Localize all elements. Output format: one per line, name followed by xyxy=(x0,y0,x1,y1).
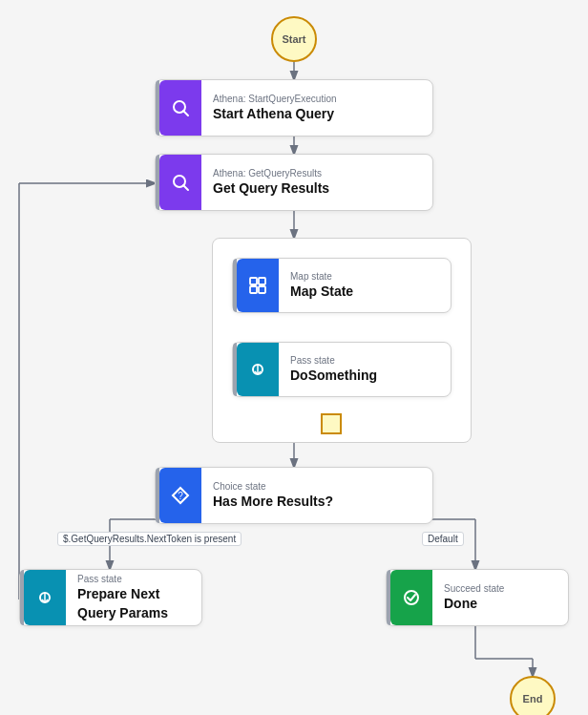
diamond-icon: ? xyxy=(169,484,192,507)
query-icon xyxy=(169,96,192,119)
end-label: End xyxy=(523,693,543,704)
do-something-label: DoSomething xyxy=(290,367,439,386)
svg-rect-22 xyxy=(259,286,265,293)
start-node[interactable]: Start xyxy=(271,16,317,62)
athena-start-icon xyxy=(159,80,201,136)
has-more-type: Choice state xyxy=(213,480,421,493)
athena-get-icon xyxy=(159,155,201,210)
start-athena-query-node[interactable]: Athena: StartQueryExecution Start Athena… xyxy=(155,79,433,137)
default-condition: Default xyxy=(422,532,464,546)
map-end-circle xyxy=(321,413,342,434)
start-athena-label: Start Athena Query xyxy=(213,105,421,124)
next-token-condition: $.GetQueryResults.NextToken is present xyxy=(57,532,242,546)
choice-icon: ? xyxy=(159,468,201,523)
map-state-label: Map State xyxy=(290,283,439,302)
do-something-node[interactable]: Pass state DoSomething xyxy=(232,342,452,397)
pass-icon xyxy=(246,358,269,381)
prepare-label: Prepare Next Query Params xyxy=(77,585,190,622)
prepare-type: Pass state xyxy=(77,573,190,585)
svg-text:?: ? xyxy=(178,491,183,501)
do-something-icon xyxy=(237,343,279,396)
map-state-icon xyxy=(237,259,279,312)
get-query-content: Athena: GetQueryResults Get Query Result… xyxy=(201,161,432,204)
prepare-next-query-node[interactable]: Pass state Prepare Next Query Params xyxy=(19,569,202,626)
svg-line-18 xyxy=(183,185,188,190)
end-node[interactable]: End xyxy=(510,676,556,715)
workflow-canvas: Start Athena: StartQueryExecution Start … xyxy=(0,0,588,715)
done-content: Succeed state Done xyxy=(432,577,568,620)
start-label: Start xyxy=(282,33,305,45)
map-icon xyxy=(246,274,269,297)
do-something-type: Pass state xyxy=(290,354,439,367)
has-more-content: Choice state Has More Results? xyxy=(201,474,432,517)
done-label: Done xyxy=(444,595,556,614)
done-node[interactable]: Succeed state Done xyxy=(386,569,569,626)
get-query-results-node[interactable]: Athena: GetQueryResults Get Query Result… xyxy=(155,154,433,211)
map-state-content: Map state Map State xyxy=(279,264,451,307)
done-icon xyxy=(390,570,432,625)
get-query-label: Get Query Results xyxy=(213,179,421,199)
svg-rect-21 xyxy=(250,286,257,293)
done-type: Succeed state xyxy=(444,582,556,595)
get-query-type: Athena: GetQueryResults xyxy=(213,167,421,179)
map-container: Map state Map State Pass state DoSomethi… xyxy=(212,238,472,443)
svg-rect-20 xyxy=(259,278,265,284)
succeed-icon xyxy=(400,586,423,609)
start-athena-content: Athena: StartQueryExecution Start Athena… xyxy=(201,87,432,130)
svg-rect-19 xyxy=(250,278,257,284)
has-more-label: Has More Results? xyxy=(213,493,421,512)
query-results-icon xyxy=(169,171,192,194)
pass-down-icon xyxy=(33,586,56,609)
has-more-results-node[interactable]: ? Choice state Has More Results? xyxy=(155,467,433,524)
do-something-content: Pass state DoSomething xyxy=(279,348,451,391)
prepare-content: Pass state Prepare Next Query Params xyxy=(66,567,201,628)
start-athena-type: Athena: StartQueryExecution xyxy=(213,93,421,105)
svg-line-16 xyxy=(183,111,188,116)
map-state-type: Map state xyxy=(290,270,439,283)
map-state-node[interactable]: Map state Map State xyxy=(232,258,452,313)
prepare-icon xyxy=(24,570,66,625)
